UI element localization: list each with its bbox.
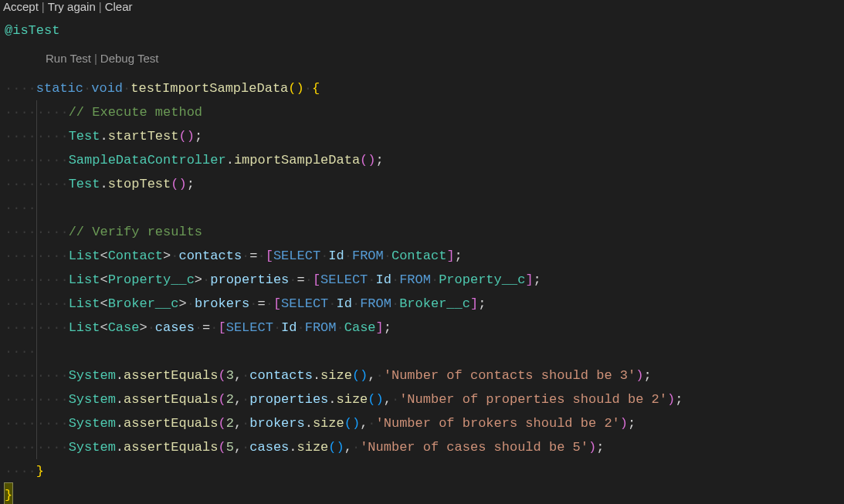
- inline-suggestion-actions: Accept|Try again|Clear: [3, 0, 133, 15]
- soql-keyword: SELECT: [226, 316, 273, 340]
- soql-keyword: SELECT: [281, 292, 328, 316]
- type: System: [69, 387, 116, 411]
- type: System: [69, 411, 116, 435]
- type: Test: [69, 124, 100, 148]
- string: 'Number of cases should be 5': [360, 435, 588, 459]
- separator: |: [42, 0, 45, 13]
- soql-keyword: FROM: [360, 292, 391, 316]
- soql-keyword: SELECT: [320, 268, 368, 292]
- soql-keyword: FROM: [305, 316, 337, 340]
- method-call: startTest: [108, 124, 179, 148]
- type: System: [69, 364, 116, 387]
- type: Test: [69, 172, 100, 196]
- variable: contacts: [249, 364, 313, 387]
- method-call: stopTest: [108, 172, 171, 196]
- variable: contacts: [178, 244, 242, 268]
- variable: cases: [249, 435, 289, 459]
- method-call: assertEquals: [124, 435, 218, 459]
- comment: // Execute method: [69, 100, 202, 124]
- soql-keyword: FROM: [352, 244, 384, 268]
- field: Id: [337, 292, 352, 316]
- string: 'Number of brokers should be 2': [376, 411, 620, 435]
- type: Contact: [108, 244, 163, 268]
- variable: properties: [210, 268, 289, 292]
- try-again-action[interactable]: Try again: [48, 0, 96, 13]
- code-line[interactable]: ····: [0, 196, 844, 220]
- code-line[interactable]: }: [0, 483, 844, 504]
- code-line[interactable]: ····static·void·testImportSampleData()·{: [0, 76, 844, 100]
- method-call: importSampleData: [234, 148, 360, 172]
- closing-brace: }: [36, 459, 44, 483]
- method-call: size: [313, 411, 344, 435]
- code-line[interactable]: ········System.assertEquals(3,·contacts.…: [0, 364, 844, 387]
- code-line[interactable]: ········Test.stopTest();: [0, 172, 844, 196]
- type: SampleDataController: [69, 148, 226, 172]
- code-line[interactable]: ········Test.startTest();: [0, 124, 844, 148]
- string: 'Number of properties should be 2': [399, 387, 667, 411]
- keyword: static: [36, 76, 83, 100]
- code-line[interactable]: ········System.assertEquals(5,·cases.siz…: [0, 435, 844, 459]
- number: 3: [226, 364, 234, 387]
- code-line[interactable]: ········List<Case>·cases·=·[SELECT·Id·FR…: [0, 316, 844, 340]
- type: Broker__c: [108, 292, 179, 316]
- annotation: @isTest: [5, 19, 59, 42]
- accept-action[interactable]: Accept: [3, 0, 39, 13]
- field: Id: [328, 244, 344, 268]
- variable: cases: [155, 316, 195, 340]
- code-line[interactable]: ········System.assertEquals(2,·propertie…: [0, 387, 844, 411]
- variable: properties: [249, 387, 328, 411]
- type: Property__c: [439, 268, 525, 292]
- type: Property__c: [108, 268, 195, 292]
- soql-keyword: FROM: [399, 268, 431, 292]
- comment: // Verify results: [69, 220, 202, 244]
- code-line[interactable]: ········List<Broker__c>·brokers·=·[SELEC…: [0, 292, 844, 316]
- method-call: size: [320, 364, 352, 387]
- code-line[interactable]: @isTest: [0, 19, 844, 42]
- type: Contact: [391, 244, 446, 268]
- clear-action[interactable]: Clear: [105, 0, 133, 13]
- method-call: size: [337, 387, 368, 411]
- number: 2: [226, 411, 234, 435]
- number: 2: [226, 387, 234, 411]
- variable: brokers: [249, 411, 304, 435]
- soql-keyword: SELECT: [273, 244, 320, 268]
- method-call: assertEquals: [124, 364, 218, 387]
- keyword: void: [91, 76, 123, 100]
- type: List: [69, 244, 100, 268]
- string: 'Number of contacts should be 3': [384, 364, 636, 387]
- code-area[interactable]: @isTest ····static·void·testImportSample…: [0, 19, 844, 504]
- method-call: size: [297, 435, 329, 459]
- method-call: assertEquals: [124, 387, 218, 411]
- method-name: testImportSampleData: [130, 76, 288, 100]
- method-call: assertEquals: [124, 411, 218, 435]
- separator: |: [99, 0, 102, 13]
- field: Id: [281, 316, 297, 340]
- type: List: [69, 268, 100, 292]
- type: Case: [344, 316, 376, 340]
- code-line[interactable]: ········System.assertEquals(2,·brokers.s…: [0, 411, 844, 435]
- code-line[interactable]: ········// Execute method: [0, 100, 844, 124]
- variable: brokers: [195, 292, 249, 316]
- type: Broker__c: [399, 292, 470, 316]
- code-line[interactable]: ········// Verify results: [0, 220, 844, 244]
- number: 5: [226, 435, 234, 459]
- type: List: [69, 292, 100, 316]
- code-line[interactable]: ····: [0, 340, 844, 364]
- type: Case: [108, 316, 140, 340]
- type: List: [69, 316, 100, 340]
- code-line[interactable]: ········List<Property__c>·properties·=·[…: [0, 268, 844, 292]
- codelens-spacer: [0, 42, 844, 76]
- closing-brace: }: [5, 483, 12, 504]
- code-line[interactable]: ····}: [0, 459, 844, 483]
- type: System: [69, 435, 116, 459]
- field: Id: [376, 268, 391, 292]
- code-line[interactable]: ········SampleDataController.importSampl…: [0, 148, 844, 172]
- code-line[interactable]: ········List<Contact>·contacts·=·[SELECT…: [0, 244, 844, 268]
